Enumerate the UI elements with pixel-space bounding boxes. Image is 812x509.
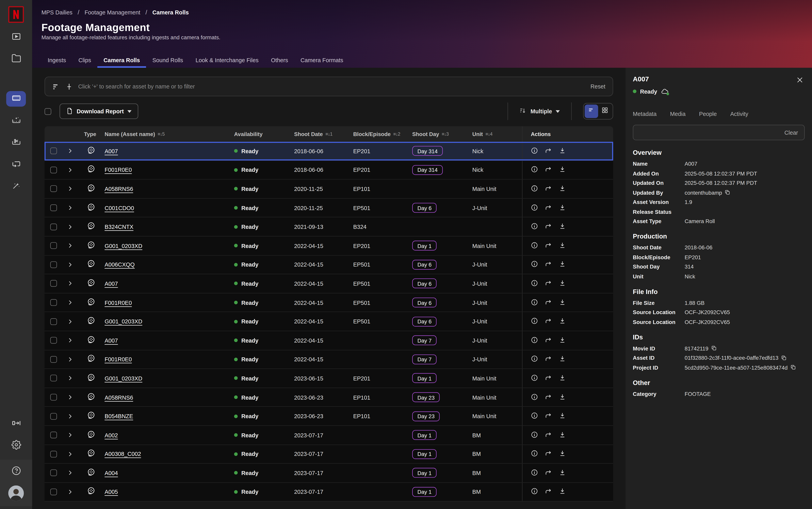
- download-icon[interactable]: [559, 374, 566, 382]
- asset-name-link[interactable]: A007: [104, 148, 118, 154]
- expand-chevron-icon[interactable]: [62, 357, 78, 362]
- download-icon[interactable]: [559, 488, 566, 496]
- info-icon[interactable]: [531, 223, 538, 231]
- asset-name-link[interactable]: C001CDO0: [104, 205, 134, 211]
- row-checkbox[interactable]: [50, 223, 57, 230]
- user-avatar[interactable]: [8, 485, 24, 501]
- asset-name-link[interactable]: F001R0E0: [104, 299, 132, 305]
- row-checkbox[interactable]: [50, 470, 57, 476]
- info-icon[interactable]: [531, 431, 538, 439]
- asset-name-link[interactable]: A007: [104, 280, 118, 287]
- table-row[interactable]: A006CXQQ Ready 2022-04-15 EP501 Day 6 J-…: [44, 256, 613, 274]
- download-icon[interactable]: [559, 279, 566, 288]
- share-icon[interactable]: [545, 431, 552, 439]
- row-checkbox[interactable]: [50, 337, 57, 344]
- download-icon[interactable]: [559, 412, 566, 420]
- info-icon[interactable]: [531, 469, 538, 477]
- panel-tab-activity[interactable]: Activity: [730, 111, 748, 117]
- expand-chevron-icon[interactable]: [62, 300, 78, 305]
- search-placeholder[interactable]: Click '+' to search for asset by name or…: [78, 83, 585, 90]
- filter-icon[interactable]: [52, 82, 60, 90]
- sort-control[interactable]: Multiple: [520, 107, 560, 115]
- list-view-button[interactable]: [585, 104, 598, 118]
- sidebar-item-projects[interactable]: [7, 52, 25, 66]
- column-header[interactable]: Shoot Day≡↓3: [412, 131, 472, 137]
- close-panel-button[interactable]: [796, 76, 804, 86]
- table-row[interactable]: G001_0203XD Ready 2023-06-15 EP201 Day 1…: [44, 369, 613, 388]
- row-checkbox[interactable]: [50, 185, 57, 192]
- share-icon[interactable]: [545, 166, 552, 174]
- info-icon[interactable]: [531, 336, 538, 344]
- expand-chevron-icon[interactable]: [62, 432, 78, 438]
- info-icon[interactable]: [531, 185, 538, 193]
- reset-button[interactable]: Reset: [590, 83, 605, 90]
- netflix-logo[interactable]: [8, 6, 24, 23]
- table-row[interactable]: A058RNS6 Ready 2020-11-25 EP101 Main Uni…: [44, 180, 613, 199]
- panel-tab-media[interactable]: Media: [670, 111, 686, 117]
- info-icon[interactable]: [531, 279, 538, 288]
- expand-chevron-icon[interactable]: [62, 224, 78, 230]
- info-icon[interactable]: [531, 204, 538, 212]
- sidebar-item-footage-management[interactable]: [6, 91, 26, 107]
- expand-chevron-icon[interactable]: [62, 262, 78, 268]
- sidebar-item-export[interactable]: [7, 417, 25, 431]
- sidebar-item-clip-editing[interactable]: [7, 136, 25, 150]
- tab-clips[interactable]: Clips: [72, 53, 97, 68]
- expand-chevron-icon[interactable]: [62, 281, 78, 286]
- asset-name-link[interactable]: A007: [104, 337, 118, 343]
- download-icon[interactable]: [559, 469, 566, 477]
- info-icon[interactable]: [531, 355, 538, 364]
- add-filter-icon[interactable]: [65, 82, 73, 90]
- download-report-button[interactable]: Download Report: [60, 103, 138, 119]
- download-icon[interactable]: [559, 223, 566, 231]
- download-icon[interactable]: [559, 450, 566, 458]
- clear-button[interactable]: Clear: [778, 129, 804, 135]
- download-icon[interactable]: [559, 241, 566, 250]
- asset-name-link[interactable]: A002: [104, 432, 118, 438]
- row-checkbox[interactable]: [50, 318, 57, 325]
- asset-name-link[interactable]: B324CNTX: [104, 224, 133, 230]
- row-checkbox[interactable]: [50, 280, 57, 287]
- asset-name-link[interactable]: F001R0E0: [104, 167, 132, 173]
- download-icon[interactable]: [559, 355, 566, 364]
- asset-name-link[interactable]: A004: [104, 470, 118, 476]
- asset-name-link[interactable]: B054BNZE: [104, 413, 133, 419]
- row-checkbox[interactable]: [50, 356, 57, 363]
- download-icon[interactable]: [559, 147, 566, 155]
- share-icon[interactable]: [545, 374, 552, 382]
- row-checkbox[interactable]: [50, 394, 57, 401]
- panel-tab-people[interactable]: People: [699, 111, 717, 117]
- row-checkbox[interactable]: [50, 242, 57, 249]
- panel-search-input[interactable]: [634, 129, 778, 135]
- grid-view-button[interactable]: [598, 104, 612, 118]
- info-icon[interactable]: [531, 412, 538, 420]
- table-row[interactable]: G001_0203XD Ready 2022-04-15 EP501 Day 6…: [44, 312, 613, 331]
- download-icon[interactable]: [559, 204, 566, 212]
- panel-tab-metadata[interactable]: Metadata: [633, 111, 656, 117]
- row-checkbox[interactable]: [50, 451, 57, 457]
- sidebar-item-player[interactable]: [7, 30, 25, 44]
- copy-icon[interactable]: [781, 355, 787, 361]
- info-icon[interactable]: [531, 317, 538, 326]
- select-all-checkbox[interactable]: [44, 108, 51, 115]
- copy-icon[interactable]: [725, 189, 730, 195]
- share-icon[interactable]: [545, 261, 552, 269]
- table-row[interactable]: F001R0E0 Ready 2018-06-06 EP201 Day 314 …: [44, 161, 613, 180]
- table-row[interactable]: A007 Ready 2018-06-06 EP201 Day 314 Nick: [44, 142, 613, 161]
- share-icon[interactable]: [545, 393, 552, 401]
- asset-name-link[interactable]: A005: [104, 489, 118, 495]
- expand-chevron-icon[interactable]: [62, 205, 78, 211]
- table-row[interactable]: F001R0E0 Ready 2022-04-15 EP501 Day 6 J-…: [44, 294, 613, 312]
- expand-chevron-icon[interactable]: [62, 394, 78, 400]
- info-icon[interactable]: [531, 298, 538, 307]
- row-checkbox[interactable]: [50, 205, 57, 211]
- download-icon[interactable]: [559, 166, 566, 174]
- share-icon[interactable]: [545, 412, 552, 420]
- tab-look-interchange-files[interactable]: Look & Interchange Files: [189, 53, 265, 68]
- row-checkbox[interactable]: [50, 148, 57, 155]
- expand-chevron-icon[interactable]: [62, 489, 78, 495]
- download-icon[interactable]: [559, 431, 566, 439]
- tab-sound-rolls[interactable]: Sound Rolls: [146, 53, 189, 68]
- table-row[interactable]: A00308_C002 Ready 2023-07-17 Day 1 BM: [44, 445, 613, 464]
- sidebar-item-help[interactable]: [7, 465, 25, 479]
